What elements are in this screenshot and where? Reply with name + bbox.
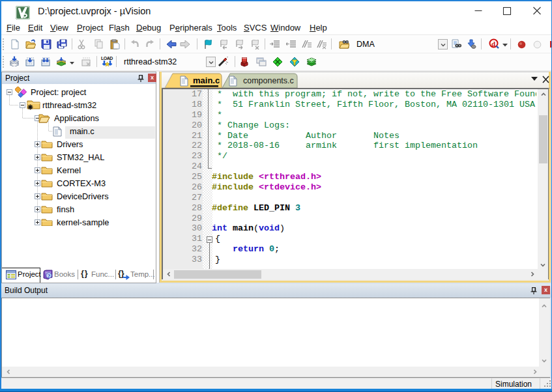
svg-text:d: d: [491, 40, 495, 48]
svg-text:?: ?: [48, 273, 51, 279]
svg-text:LOAD: LOAD: [101, 56, 113, 61]
